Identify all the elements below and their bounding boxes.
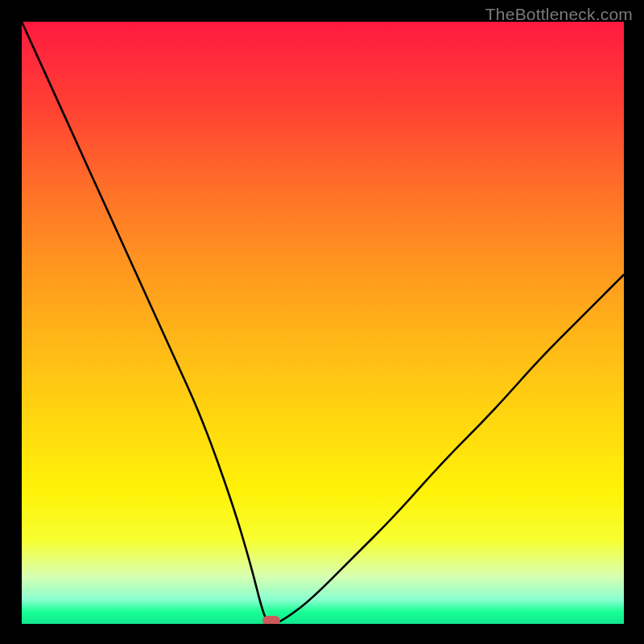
plot-area — [22, 22, 624, 624]
optimum-marker — [262, 616, 280, 624]
curve-layer — [22, 22, 624, 624]
bottleneck-curve — [22, 22, 624, 624]
chart-frame: TheBottleneck.com — [0, 0, 644, 644]
watermark-text: TheBottleneck.com — [485, 5, 633, 24]
